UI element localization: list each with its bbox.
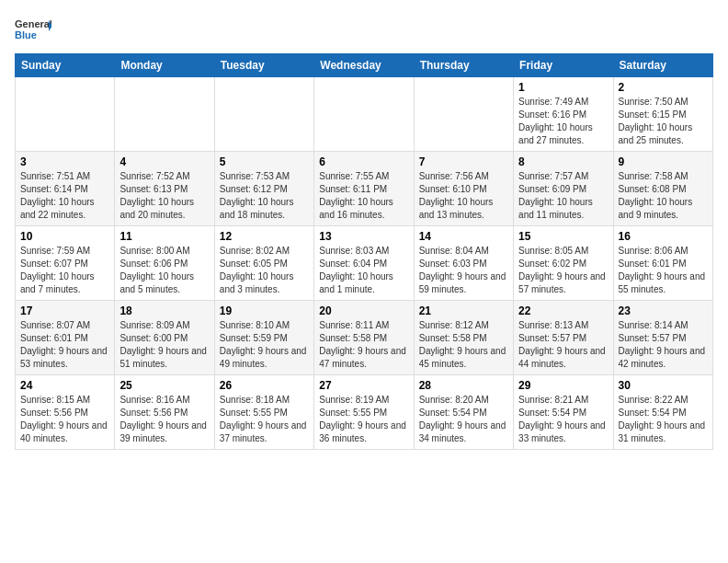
svg-text:Blue: Blue: [15, 29, 37, 40]
day-number: 6: [319, 155, 408, 168]
calendar-cell: 17Sunrise: 8:07 AM Sunset: 6:01 PM Dayli…: [16, 301, 115, 375]
day-info: Sunrise: 8:19 AM Sunset: 5:55 PM Dayligh…: [319, 394, 408, 445]
day-info: Sunrise: 7:59 AM Sunset: 6:07 PM Dayligh…: [20, 245, 109, 296]
day-number: 5: [220, 155, 309, 168]
day-info: Sunrise: 7:55 AM Sunset: 6:11 PM Dayligh…: [319, 170, 408, 222]
day-info: Sunrise: 7:50 AM Sunset: 6:15 PM Dayligh…: [619, 96, 708, 147]
day-number: 12: [220, 230, 309, 243]
calendar-cell: 2Sunrise: 7:50 AM Sunset: 6:15 PM Daylig…: [613, 77, 712, 152]
day-number: 26: [220, 379, 309, 392]
calendar-cell: 12Sunrise: 8:02 AM Sunset: 6:05 PM Dayli…: [214, 226, 313, 301]
calendar-cell: 13Sunrise: 8:03 AM Sunset: 6:04 PM Dayli…: [314, 226, 414, 301]
calendar-cell: [214, 77, 313, 152]
day-info: Sunrise: 8:11 AM Sunset: 5:58 PM Dayligh…: [319, 319, 408, 371]
day-number: 13: [319, 230, 408, 243]
calendar-cell: 22Sunrise: 8:13 AM Sunset: 5:57 PM Dayli…: [514, 301, 613, 375]
calendar-table: SundayMondayTuesdayWednesdayThursdayFrid…: [15, 53, 713, 450]
day-info: Sunrise: 8:18 AM Sunset: 5:55 PM Dayligh…: [220, 394, 309, 445]
day-number: 28: [419, 379, 508, 392]
day-number: 3: [20, 155, 109, 168]
day-number: 29: [518, 379, 608, 392]
day-number: 21: [419, 304, 508, 317]
weekday-header: Sunday: [16, 54, 115, 77]
day-number: 22: [518, 304, 608, 317]
day-info: Sunrise: 8:14 AM Sunset: 5:57 PM Dayligh…: [619, 319, 708, 371]
day-info: Sunrise: 8:20 AM Sunset: 5:54 PM Dayligh…: [419, 394, 508, 445]
weekday-header: Wednesday: [314, 54, 414, 77]
day-info: Sunrise: 7:58 AM Sunset: 6:08 PM Dayligh…: [619, 170, 708, 222]
day-number: 15: [518, 230, 608, 243]
day-number: 11: [119, 230, 209, 243]
calendar-cell: 25Sunrise: 8:16 AM Sunset: 5:56 PM Dayli…: [115, 375, 214, 450]
day-info: Sunrise: 8:07 AM Sunset: 6:01 PM Dayligh…: [20, 319, 109, 371]
day-number: 14: [419, 230, 508, 243]
calendar-cell: 1Sunrise: 7:49 AM Sunset: 6:16 PM Daylig…: [514, 77, 613, 152]
day-info: Sunrise: 8:06 AM Sunset: 6:01 PM Dayligh…: [619, 245, 708, 296]
weekday-header: Thursday: [414, 54, 513, 77]
calendar-cell: 6Sunrise: 7:55 AM Sunset: 6:11 PM Daylig…: [314, 152, 414, 226]
calendar-cell: 8Sunrise: 7:57 AM Sunset: 6:09 PM Daylig…: [514, 152, 613, 226]
day-number: 27: [319, 379, 408, 392]
day-info: Sunrise: 7:51 AM Sunset: 6:14 PM Dayligh…: [20, 170, 109, 222]
calendar-cell: 14Sunrise: 8:04 AM Sunset: 6:03 PM Dayli…: [414, 226, 513, 301]
calendar-cell: 18Sunrise: 8:09 AM Sunset: 6:00 PM Dayli…: [115, 301, 214, 375]
day-number: 9: [619, 155, 708, 168]
calendar-cell: 10Sunrise: 7:59 AM Sunset: 6:07 PM Dayli…: [16, 226, 115, 301]
day-info: Sunrise: 8:00 AM Sunset: 6:06 PM Dayligh…: [119, 245, 209, 296]
day-info: Sunrise: 8:09 AM Sunset: 6:00 PM Dayligh…: [119, 319, 209, 371]
calendar-cell: [16, 77, 115, 152]
weekday-header: Friday: [514, 54, 613, 77]
day-number: 4: [119, 155, 209, 168]
svg-text:General: General: [15, 18, 51, 29]
calendar-cell: [414, 77, 513, 152]
day-info: Sunrise: 8:16 AM Sunset: 5:56 PM Dayligh…: [119, 394, 209, 445]
day-info: Sunrise: 8:13 AM Sunset: 5:57 PM Dayligh…: [518, 319, 608, 371]
day-number: 17: [20, 304, 109, 317]
day-number: 8: [518, 155, 608, 168]
day-number: 18: [119, 304, 209, 317]
calendar-cell: 15Sunrise: 8:05 AM Sunset: 6:02 PM Dayli…: [514, 226, 613, 301]
weekday-header: Tuesday: [214, 54, 313, 77]
calendar-cell: 19Sunrise: 8:10 AM Sunset: 5:59 PM Dayli…: [214, 301, 313, 375]
day-info: Sunrise: 8:10 AM Sunset: 5:59 PM Dayligh…: [220, 319, 309, 371]
calendar-week-row: 3Sunrise: 7:51 AM Sunset: 6:14 PM Daylig…: [16, 152, 713, 226]
calendar-week-row: 1Sunrise: 7:49 AM Sunset: 6:16 PM Daylig…: [16, 77, 713, 152]
day-info: Sunrise: 7:53 AM Sunset: 6:12 PM Dayligh…: [220, 170, 309, 222]
calendar-week-row: 10Sunrise: 7:59 AM Sunset: 6:07 PM Dayli…: [16, 226, 713, 301]
day-info: Sunrise: 8:02 AM Sunset: 6:05 PM Dayligh…: [220, 245, 309, 296]
logo: General Blue: [15, 15, 51, 44]
day-number: 16: [619, 230, 708, 243]
day-info: Sunrise: 7:56 AM Sunset: 6:10 PM Dayligh…: [419, 170, 508, 222]
calendar-cell: 24Sunrise: 8:15 AM Sunset: 5:56 PM Dayli…: [16, 375, 115, 450]
calendar-cell: 30Sunrise: 8:22 AM Sunset: 5:54 PM Dayli…: [613, 375, 712, 450]
day-info: Sunrise: 8:12 AM Sunset: 5:58 PM Dayligh…: [419, 319, 508, 371]
calendar-week-row: 24Sunrise: 8:15 AM Sunset: 5:56 PM Dayli…: [16, 375, 713, 450]
day-info: Sunrise: 7:57 AM Sunset: 6:09 PM Dayligh…: [518, 170, 608, 222]
calendar-cell: 27Sunrise: 8:19 AM Sunset: 5:55 PM Dayli…: [314, 375, 414, 450]
calendar-cell: 29Sunrise: 8:21 AM Sunset: 5:54 PM Dayli…: [514, 375, 613, 450]
day-number: 20: [319, 304, 408, 317]
calendar-cell: 20Sunrise: 8:11 AM Sunset: 5:58 PM Dayli…: [314, 301, 414, 375]
day-number: 25: [119, 379, 209, 392]
calendar-cell: 4Sunrise: 7:52 AM Sunset: 6:13 PM Daylig…: [115, 152, 214, 226]
logo-svg: General Blue: [15, 15, 51, 44]
calendar-cell: 26Sunrise: 8:18 AM Sunset: 5:55 PM Dayli…: [214, 375, 313, 450]
calendar-cell: 3Sunrise: 7:51 AM Sunset: 6:14 PM Daylig…: [16, 152, 115, 226]
day-info: Sunrise: 8:04 AM Sunset: 6:03 PM Dayligh…: [419, 245, 508, 296]
day-number: 23: [619, 304, 708, 317]
day-number: 30: [619, 379, 708, 392]
calendar-cell: [115, 77, 214, 152]
day-number: 10: [20, 230, 109, 243]
day-number: 19: [220, 304, 309, 317]
calendar-cell: [314, 77, 414, 152]
day-number: 7: [419, 155, 508, 168]
day-info: Sunrise: 7:52 AM Sunset: 6:13 PM Dayligh…: [119, 170, 209, 222]
calendar-cell: 7Sunrise: 7:56 AM Sunset: 6:10 PM Daylig…: [414, 152, 513, 226]
weekday-header-row: SundayMondayTuesdayWednesdayThursdayFrid…: [16, 54, 713, 77]
day-info: Sunrise: 8:05 AM Sunset: 6:02 PM Dayligh…: [518, 245, 608, 296]
day-info: Sunrise: 8:15 AM Sunset: 5:56 PM Dayligh…: [20, 394, 109, 445]
page-header: General Blue: [15, 15, 713, 44]
weekday-header: Monday: [115, 54, 214, 77]
weekday-header: Saturday: [613, 54, 712, 77]
calendar-cell: 21Sunrise: 8:12 AM Sunset: 5:58 PM Dayli…: [414, 301, 513, 375]
